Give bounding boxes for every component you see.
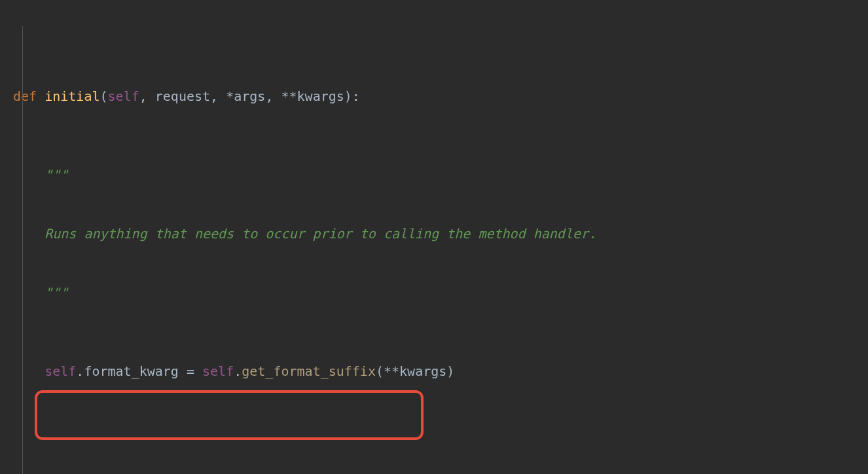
docstring-quotes: """ xyxy=(45,285,68,301)
indent-guide xyxy=(22,26,23,474)
code-line: def initial(self, request, *args, **kwar… xyxy=(13,86,868,106)
code-line: self.format_kwarg = self.get_format_suff… xyxy=(13,361,868,381)
param-self: self xyxy=(108,88,139,104)
code-line: """ xyxy=(13,283,868,302)
code-line: Runs anything that needs to occur prior … xyxy=(13,224,868,244)
keyword-def: def xyxy=(13,88,37,104)
code-line xyxy=(13,440,868,460)
docstring-text: Runs anything that needs to occur prior … xyxy=(45,226,596,242)
docstring-quotes: """ xyxy=(45,167,68,183)
code-editor[interactable]: def initial(self, request, *args, **kwar… xyxy=(0,0,868,474)
code-line: """ xyxy=(13,165,868,185)
function-name: initial xyxy=(45,88,99,104)
annotation-highlight-box xyxy=(35,390,424,440)
